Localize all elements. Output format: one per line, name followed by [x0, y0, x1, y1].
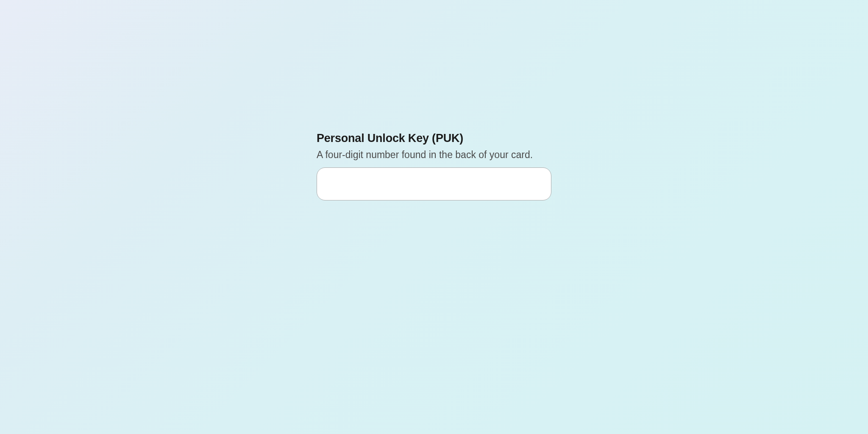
puk-input[interactable] [317, 167, 551, 200]
puk-form-container: Personal Unlock Key (PUK) A four-digit n… [317, 132, 551, 200]
form-description: A four-digit number found in the back of… [317, 149, 551, 161]
form-title: Personal Unlock Key (PUK) [317, 132, 551, 145]
